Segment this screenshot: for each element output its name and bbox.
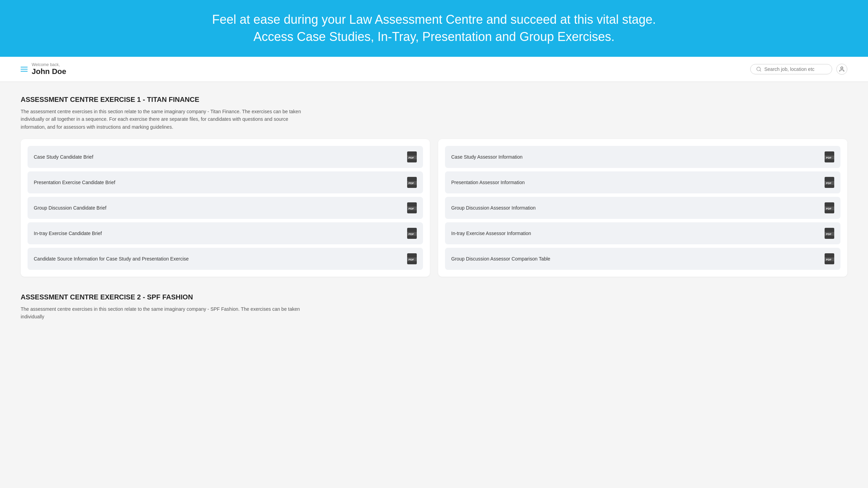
- file-label: In-tray Exercise Candidate Brief: [34, 231, 102, 236]
- svg-text:PDF: PDF: [826, 233, 831, 236]
- svg-text:PDF: PDF: [409, 156, 414, 159]
- svg-text:PDF: PDF: [409, 182, 414, 185]
- file-label: Case Study Candidate Brief: [34, 154, 93, 160]
- file-item-intray-candidate[interactable]: In-tray Exercise Candidate Brief PDF: [28, 222, 423, 244]
- file-item-candidate-source[interactable]: Candidate Source Information for Case St…: [28, 248, 423, 270]
- file-item-case-study-assessor[interactable]: Case Study Assessor Information PDF: [445, 146, 840, 168]
- section-1-description: The assessment centre exercises in this …: [21, 108, 303, 131]
- file-item-intray-assessor[interactable]: In-tray Exercise Assessor Information PD…: [445, 222, 840, 244]
- section-2-title: ASSESSMENT CENTRE EXERCISE 2 - SPF FASHI…: [21, 293, 847, 301]
- assessor-files-card: Case Study Assessor Information PDF Pres…: [438, 139, 847, 277]
- file-label: Presentation Exercise Candidate Brief: [34, 180, 115, 185]
- file-item-group-discussion-comparison[interactable]: Group Discussion Assessor Comparison Tab…: [445, 248, 840, 270]
- pdf-icon: PDF: [407, 177, 417, 188]
- candidate-files-card: Case Study Candidate Brief PDF PDF Prese…: [21, 139, 430, 277]
- svg-point-2: [841, 67, 843, 69]
- file-item-group-discussion-candidate[interactable]: Group Discussion Candidate Brief PDF: [28, 197, 423, 219]
- nav-left: Welcome back, John Doe: [21, 62, 66, 76]
- svg-line-1: [760, 70, 761, 71]
- welcome-back-text: Welcome back,: [32, 62, 66, 67]
- user-name: John Doe: [32, 67, 66, 76]
- svg-text:PDF: PDF: [409, 258, 414, 261]
- pdf-icon: PDF: [407, 228, 417, 239]
- search-box: [750, 64, 832, 74]
- hero-text: Feel at ease during your Law Assessment …: [21, 11, 847, 46]
- search-icon: [756, 66, 762, 72]
- svg-text:PDF: PDF: [826, 207, 831, 210]
- section-1-title: ASSESSMENT CENTRE EXERCISE 1 - TITAN FIN…: [21, 96, 847, 104]
- welcome-block: Welcome back, John Doe: [32, 62, 66, 76]
- section-titan-finance: ASSESSMENT CENTRE EXERCISE 1 - TITAN FIN…: [21, 96, 847, 277]
- search-input[interactable]: [764, 66, 826, 72]
- cards-container-1: Case Study Candidate Brief PDF PDF Prese…: [21, 139, 847, 277]
- top-nav: Welcome back, John Doe: [0, 57, 868, 82]
- svg-text:PDF: PDF: [826, 258, 831, 261]
- file-item-group-discussion-assessor[interactable]: Group Discussion Assessor Information PD…: [445, 197, 840, 219]
- pdf-icon: PDF PDF: [407, 151, 417, 162]
- file-label: Group Discussion Assessor Comparison Tab…: [451, 256, 550, 262]
- pdf-icon: PDF: [407, 253, 417, 264]
- nav-right: [750, 64, 847, 75]
- hamburger-icon[interactable]: [21, 67, 28, 72]
- pdf-icon: PDF: [825, 151, 834, 162]
- main-content: ASSESSMENT CENTRE EXERCISE 1 - TITAN FIN…: [0, 82, 868, 351]
- section-2-description: The assessment centre exercises in this …: [21, 305, 303, 321]
- pdf-icon: PDF: [825, 177, 834, 188]
- pdf-icon: PDF: [825, 202, 834, 213]
- svg-text:PDF: PDF: [826, 156, 831, 159]
- file-item-presentation-candidate[interactable]: Presentation Exercise Candidate Brief PD…: [28, 171, 423, 193]
- section-spf-fashion: ASSESSMENT CENTRE EXERCISE 2 - SPF FASHI…: [21, 293, 847, 321]
- file-label: Case Study Assessor Information: [451, 154, 523, 160]
- file-item-presentation-assessor[interactable]: Presentation Assessor Information PDF: [445, 171, 840, 193]
- pdf-icon: PDF: [825, 253, 834, 264]
- pdf-icon: PDF: [825, 228, 834, 239]
- file-label: Group Discussion Candidate Brief: [34, 205, 106, 211]
- file-label: Presentation Assessor Information: [451, 180, 525, 185]
- pdf-icon: PDF: [407, 202, 417, 213]
- file-label: In-tray Exercise Assessor Information: [451, 231, 531, 236]
- svg-text:PDF: PDF: [409, 233, 414, 236]
- file-item-case-study-candidate[interactable]: Case Study Candidate Brief PDF PDF: [28, 146, 423, 168]
- file-label: Group Discussion Assessor Information: [451, 205, 536, 211]
- user-avatar-icon[interactable]: [836, 64, 847, 75]
- svg-text:PDF: PDF: [826, 182, 831, 185]
- file-label: Candidate Source Information for Case St…: [34, 256, 189, 262]
- hero-banner: Feel at ease during your Law Assessment …: [0, 0, 868, 57]
- svg-text:PDF: PDF: [409, 207, 414, 210]
